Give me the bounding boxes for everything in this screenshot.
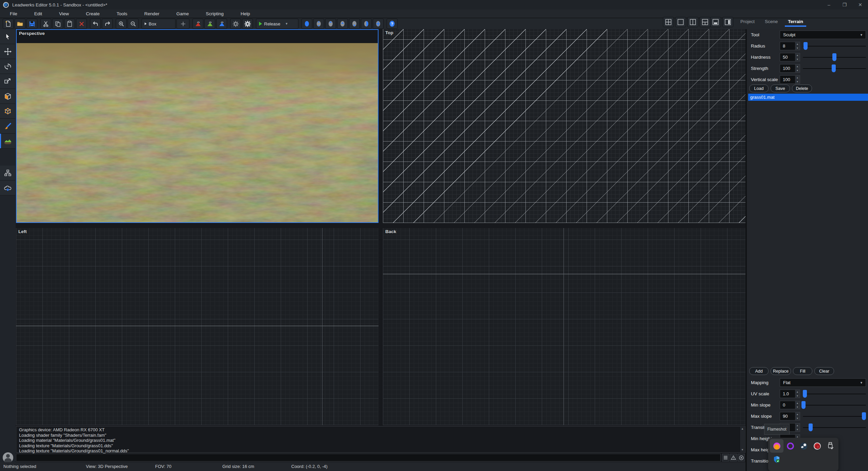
terrain-tool-icon[interactable] bbox=[0, 134, 15, 149]
console-log[interactable]: Graphics device: AMD Radeon RX 6700 XT L… bbox=[16, 426, 745, 453]
warnings-icon[interactable] bbox=[730, 454, 737, 461]
flameshot-tray-icon[interactable] bbox=[770, 439, 783, 453]
radius-spinner[interactable]: 8 ▲▼ bbox=[780, 42, 800, 50]
layout-quad-icon[interactable] bbox=[663, 17, 674, 27]
strength-slider[interactable] bbox=[802, 64, 867, 73]
menu-file[interactable]: File bbox=[1, 10, 26, 17]
slider-thumb[interactable] bbox=[862, 412, 866, 420]
menu-edit[interactable]: Edit bbox=[26, 10, 51, 17]
slider-thumb[interactable] bbox=[804, 42, 808, 50]
add-primitive-icon[interactable] bbox=[177, 19, 189, 29]
tab-project[interactable]: Project bbox=[735, 17, 760, 26]
scale-tool-icon[interactable] bbox=[0, 74, 15, 89]
layout-two-icon[interactable] bbox=[687, 17, 698, 27]
settings-sun-gear-icon[interactable] bbox=[230, 19, 241, 29]
scroll-up-icon[interactable]: ▲ bbox=[740, 427, 745, 431]
translate-gizmo-green-icon[interactable] bbox=[204, 19, 215, 29]
max-slope-spinner[interactable]: 90 ▲▼ bbox=[780, 412, 800, 420]
fill-button[interactable]: Fill bbox=[793, 367, 812, 375]
rotate-tool-icon[interactable] bbox=[0, 59, 15, 74]
hardness-slider[interactable] bbox=[802, 53, 867, 61]
save-button[interactable]: Save bbox=[771, 84, 790, 92]
slider-thumb[interactable] bbox=[832, 53, 836, 61]
min-slope-slider[interactable] bbox=[802, 401, 867, 409]
gizmo-sphere-down-icon[interactable] bbox=[349, 19, 360, 29]
errors-icon[interactable] bbox=[738, 454, 745, 461]
min-slope-spinner[interactable]: 0 ▲▼ bbox=[780, 401, 800, 409]
layout-single-icon[interactable] bbox=[675, 17, 686, 27]
vertical-scale-spinner[interactable]: 100 ▲▼ bbox=[780, 75, 800, 84]
spinner-arrows[interactable]: ▲▼ bbox=[795, 412, 800, 420]
delete-icon[interactable] bbox=[76, 19, 87, 29]
slider-thumb[interactable] bbox=[803, 390, 807, 398]
close-icon[interactable]: ✕ bbox=[852, 0, 868, 10]
translate-gizmo-red-icon[interactable] bbox=[192, 19, 203, 29]
open-file-icon[interactable] bbox=[15, 19, 25, 29]
slider-thumb[interactable] bbox=[832, 64, 836, 72]
toggle-right-panel-icon[interactable] bbox=[722, 17, 733, 27]
strength-spinner[interactable]: 100 ▲▼ bbox=[780, 64, 800, 73]
purple-ring-tray-icon[interactable] bbox=[783, 439, 797, 453]
paste-icon[interactable] bbox=[64, 19, 75, 29]
vertex-select-tool-icon[interactable] bbox=[0, 104, 15, 119]
spinner-arrows[interactable]: ▲▼ bbox=[795, 76, 800, 83]
add-button[interactable]: Add bbox=[749, 367, 769, 375]
spinner-arrows[interactable]: ▲▼ bbox=[795, 53, 800, 61]
radius-slider[interactable] bbox=[802, 42, 867, 50]
restore-icon[interactable]: ❐ bbox=[837, 0, 852, 10]
transition-slider[interactable] bbox=[802, 423, 867, 432]
clear-button[interactable]: Clear bbox=[814, 367, 834, 375]
menu-tools[interactable]: Tools bbox=[108, 10, 136, 17]
redo-icon[interactable] bbox=[102, 19, 113, 29]
steam-tray-icon[interactable] bbox=[797, 439, 810, 453]
zoom-in-icon[interactable] bbox=[116, 19, 127, 29]
help-icon[interactable]: ? bbox=[387, 19, 398, 29]
usb-tray-icon[interactable] bbox=[824, 439, 837, 453]
viewport-top[interactable]: Top bbox=[383, 29, 745, 223]
hierarchy-tool-icon[interactable] bbox=[0, 166, 15, 181]
move-tool-icon[interactable] bbox=[0, 44, 15, 59]
uv-scale-slider[interactable] bbox=[802, 390, 867, 398]
spinner-arrows[interactable]: ▲▼ bbox=[795, 64, 800, 72]
face-select-tool-icon[interactable] bbox=[0, 89, 15, 104]
tab-terrain[interactable]: Terrain bbox=[783, 17, 808, 26]
max-slope-slider[interactable] bbox=[802, 412, 867, 420]
layout-three-icon[interactable] bbox=[700, 17, 710, 27]
cut-icon[interactable] bbox=[40, 19, 51, 29]
load-button[interactable]: Load bbox=[749, 84, 769, 92]
console-scrollbar[interactable]: ▲ ▼ bbox=[740, 427, 745, 452]
save-icon[interactable] bbox=[26, 19, 37, 29]
toggle-bottom-panel-icon[interactable] bbox=[710, 17, 721, 27]
minimize-icon[interactable]: – bbox=[821, 0, 837, 10]
menu-view[interactable]: View bbox=[51, 10, 77, 17]
spinner-arrows[interactable]: ▲▼ bbox=[795, 423, 800, 431]
gizmo-sphere-up-icon[interactable] bbox=[325, 19, 336, 29]
amd-tray-icon[interactable] bbox=[810, 439, 824, 453]
replace-button[interactable]: Replace bbox=[771, 367, 791, 375]
primitive-box-dropdown[interactable]: Box bbox=[142, 19, 176, 29]
undo-icon[interactable] bbox=[90, 19, 101, 29]
settings-gear-icon[interactable] bbox=[242, 19, 253, 29]
spinner-arrows[interactable]: ▲▼ bbox=[795, 401, 800, 409]
delete-button[interactable]: Delete bbox=[792, 84, 812, 92]
gizmo-sphere-top-icon[interactable] bbox=[337, 19, 348, 29]
mapping-dropdown[interactable]: Flat ▼ bbox=[780, 378, 866, 387]
new-file-icon[interactable] bbox=[3, 19, 14, 29]
viewport-perspective[interactable]: Perspective bbox=[16, 29, 378, 223]
log-lines-icon[interactable] bbox=[722, 454, 729, 461]
cloud-download-icon[interactable] bbox=[0, 181, 15, 195]
gizmo-sphere-cross-icon[interactable] bbox=[373, 19, 384, 29]
slider-thumb[interactable] bbox=[801, 401, 806, 409]
viewport-back[interactable]: Back bbox=[383, 228, 745, 425]
zoom-out-icon[interactable] bbox=[128, 19, 138, 29]
defender-tray-icon[interactable] bbox=[770, 453, 783, 466]
menu-scripting[interactable]: Scripting bbox=[197, 10, 232, 17]
viewport-left[interactable]: Left bbox=[16, 228, 378, 425]
gizmo-sphere-updown-icon[interactable] bbox=[313, 19, 324, 29]
menu-create[interactable]: Create bbox=[77, 10, 108, 17]
scroll-down-icon[interactable]: ▼ bbox=[740, 448, 745, 452]
gizmo-sphere-icon[interactable] bbox=[301, 19, 312, 29]
paint-tool-icon[interactable] bbox=[0, 119, 15, 134]
run-release-dropdown[interactable]: Release ▼ bbox=[256, 19, 298, 29]
menu-game[interactable]: Game bbox=[168, 10, 197, 17]
